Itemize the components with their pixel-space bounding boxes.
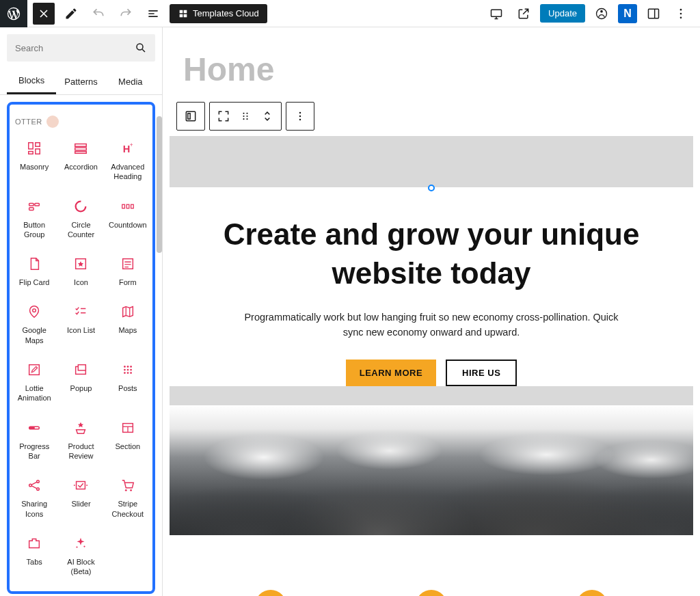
svg-point-57 [243, 118, 244, 120]
svg-rect-17 [29, 203, 33, 206]
neve-badge[interactable]: N [618, 4, 637, 23]
circle-icon [72, 198, 89, 215]
block-tabs[interactable]: Tabs [12, 528, 56, 584]
block-advanced-heading[interactable]: H+Advanced Heading [106, 133, 150, 189]
features-row[interactable] [170, 556, 693, 596]
block-form[interactable]: Form [106, 249, 150, 294]
svg-point-20 [76, 201, 86, 211]
rows-icon [72, 140, 89, 157]
svg-point-56 [246, 116, 247, 117]
svg-rect-29 [79, 365, 86, 370]
block-button-group[interactable]: Button Group [12, 191, 56, 247]
learn-more-button[interactable]: LEARN MORE [346, 360, 436, 386]
svg-point-34 [126, 369, 129, 371]
svg-point-42 [29, 484, 32, 487]
section-icon [120, 420, 136, 436]
svg-point-49 [77, 546, 78, 547]
block-maps[interactable]: Maps [106, 297, 150, 352]
block-accordion[interactable]: Accordion [59, 133, 103, 189]
svg-rect-14 [75, 152, 87, 154]
otter-section-title: OTTER [10, 110, 152, 131]
block-label: Advanced Heading [107, 162, 148, 182]
tab-patterns[interactable]: Patterns [56, 68, 105, 94]
block-posts[interactable]: Posts [106, 355, 150, 410]
svg-text:H: H [122, 144, 130, 154]
block-countdown[interactable]: Countdown [106, 191, 150, 247]
view-desktop-button[interactable] [485, 3, 507, 25]
hire-us-button[interactable]: HIRE US [446, 360, 517, 386]
list-check-icon [72, 303, 89, 320]
block-stripe-checkout[interactable]: Stripe Checkout [106, 470, 150, 526]
options-button[interactable] [670, 3, 692, 25]
sidebar-toggle-button[interactable] [643, 3, 664, 25]
block-ai-block-beta-[interactable]: AI Block (Beta) [59, 528, 103, 584]
update-button[interactable]: Update [540, 4, 585, 23]
hero-section-block[interactable]: Create and grow your unique website toda… [170, 136, 693, 535]
edit-icon[interactable] [60, 3, 82, 25]
svg-point-32 [130, 366, 132, 368]
cart-icon [120, 477, 136, 493]
block-sharing-icons[interactable]: Sharing Icons [12, 470, 56, 526]
block-icon[interactable]: Icon [59, 249, 103, 294]
pen-box-icon [26, 362, 42, 378]
star-box-icon [72, 256, 89, 272]
undo-button[interactable] [88, 3, 109, 25]
block-label: Form [119, 277, 137, 287]
block-masonry[interactable]: Masonry [12, 133, 56, 189]
block-label: Maps [118, 325, 137, 335]
selection-handle[interactable] [428, 185, 435, 191]
templates-cloud-button[interactable]: Templates Cloud [170, 4, 267, 23]
block-type-icon[interactable] [181, 107, 200, 126]
external-link-button[interactable] [513, 3, 535, 25]
svg-point-31 [126, 366, 129, 368]
block-label: Icon List [67, 325, 95, 335]
svg-point-61 [299, 119, 301, 121]
move-arrows-icon[interactable] [258, 107, 277, 126]
tab-media[interactable]: Media [106, 68, 155, 94]
svg-text:+: + [130, 142, 133, 148]
svg-point-36 [124, 372, 126, 374]
block-icon-list[interactable]: Icon List [59, 297, 103, 352]
block-label: Sharing Icons [14, 499, 55, 519]
search-icon [135, 42, 147, 54]
block-progress-bar[interactable]: Progress Bar [12, 413, 56, 468]
block-label: Tabs [27, 557, 42, 567]
svg-rect-3 [649, 9, 659, 18]
dots-grid-icon [120, 362, 136, 378]
page-title[interactable]: Home [170, 44, 693, 102]
block-flip-card[interactable]: Flip Card [12, 249, 56, 294]
block-label: Stripe Checkout [107, 499, 148, 519]
svg-rect-18 [35, 203, 39, 206]
block-options-button[interactable] [291, 107, 310, 126]
svg-rect-12 [75, 144, 87, 147]
svg-rect-27 [29, 365, 40, 375]
block-popup[interactable]: Popup [59, 355, 103, 410]
block-slider[interactable]: Slider [59, 470, 103, 526]
drag-handle-icon[interactable] [236, 107, 255, 126]
block-section[interactable]: Section [106, 413, 150, 468]
block-search[interactable] [7, 34, 155, 62]
block-product-review[interactable]: Product Review [59, 413, 103, 468]
document-overview-button[interactable] [142, 3, 164, 25]
block-circle-counter[interactable]: Circle Counter [59, 191, 103, 247]
bar-icon [26, 420, 42, 436]
close-inserter-button[interactable] [33, 3, 55, 25]
svg-point-37 [126, 372, 129, 374]
block-google-maps[interactable]: Google Maps [12, 297, 56, 352]
fullscreen-icon[interactable] [214, 107, 233, 126]
wordpress-logo[interactable] [0, 0, 27, 27]
scrollbar-thumb[interactable] [157, 116, 162, 253]
redo-button[interactable] [115, 3, 137, 25]
sparkle-icon [72, 535, 89, 552]
svg-point-26 [33, 309, 36, 312]
search-input[interactable] [15, 43, 135, 53]
block-label: Posts [118, 383, 137, 393]
block-lottie-animation[interactable]: Lottie Animation [12, 355, 56, 410]
hero-heading[interactable]: Create and grow your unique website toda… [190, 215, 673, 293]
block-label: Lottie Animation [14, 383, 55, 403]
svg-point-53 [243, 113, 244, 114]
hero-paragraph[interactable]: Programmatically work but low hanging fr… [240, 310, 623, 340]
svg-rect-9 [36, 143, 40, 147]
jetpack-icon[interactable] [591, 3, 612, 25]
tab-blocks[interactable]: Blocks [7, 68, 56, 94]
